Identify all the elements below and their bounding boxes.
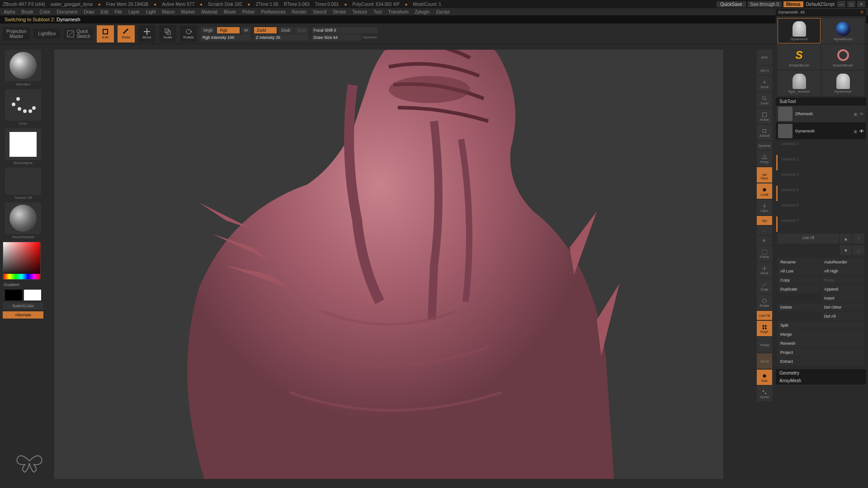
merge-button[interactable]: Merge xyxy=(778,330,864,338)
mrgb-button[interactable]: Mrgb xyxy=(201,27,216,33)
extract-button[interactable]: Extract xyxy=(778,357,864,366)
tool-simplebrush[interactable]: SSimpleBrush xyxy=(778,44,821,70)
bpr-button[interactable]: BPR xyxy=(757,50,772,65)
viewport[interactable] xyxy=(54,50,723,479)
spx-button[interactable]: SPx 3 xyxy=(757,66,772,75)
edit-mode-button[interactable]: Edit xyxy=(97,25,114,42)
menu-zplugin[interactable]: Zplugin xyxy=(415,9,430,14)
move-down-button[interactable]: ▼ xyxy=(840,245,852,255)
menu-stencil[interactable]: Stencil xyxy=(313,9,326,14)
split-button[interactable]: Split xyxy=(778,321,864,329)
actual-button[interactable]: Actual xyxy=(757,108,772,124)
copy-button[interactable]: Copy xyxy=(778,276,821,284)
menu-color[interactable]: Color xyxy=(40,9,51,14)
menu-brush[interactable]: Brush xyxy=(22,9,33,14)
arraymesh-header[interactable]: ArrayMesh xyxy=(776,377,866,385)
menu-macro[interactable]: Macro xyxy=(162,9,175,14)
insert-button[interactable]: Insert xyxy=(821,294,864,302)
lsym-button[interactable]: LSym xyxy=(757,200,772,215)
zcut-button[interactable]: Zcut xyxy=(295,27,308,33)
nav-rotate-button[interactable]: Rotate xyxy=(757,295,772,310)
texture-selector[interactable]: Texture Off xyxy=(3,168,43,201)
switchcolor-button[interactable]: SwitchColor xyxy=(3,302,43,310)
menu-document[interactable]: Document xyxy=(57,9,78,14)
rgb-button[interactable]: Rgb xyxy=(217,27,240,33)
move-mode-button[interactable]: Move xyxy=(138,25,156,42)
unused-7[interactable]: Unused 7 xyxy=(776,216,866,232)
append-button[interactable]: Append xyxy=(821,285,864,293)
menus-button[interactable]: Menus xyxy=(783,1,803,7)
delall-button[interactable]: Del All xyxy=(821,312,864,320)
zsub-button[interactable]: Zsub xyxy=(278,27,293,33)
unused-2[interactable]: Unused 2 xyxy=(776,140,866,155)
material-selector[interactable]: BasicMaterial xyxy=(3,202,43,240)
menu-layer[interactable]: Layer xyxy=(128,9,140,14)
menu-material[interactable]: Material xyxy=(202,9,218,14)
unused-5[interactable]: Unused 5 xyxy=(776,186,866,201)
m-button[interactable]: M xyxy=(241,27,250,33)
menu-texture[interactable]: Texture xyxy=(352,9,367,14)
nav-scale-button[interactable]: Scale xyxy=(757,278,772,294)
subtool-dynamesh[interactable]: Dynamesh ◉👁 xyxy=(776,122,866,140)
hue-strip[interactable] xyxy=(3,274,40,279)
tool-dynamesh[interactable]: Dynamesh xyxy=(778,18,821,43)
nav-move-button[interactable]: Move xyxy=(757,262,772,277)
seethrough-slider[interactable]: See-through 0 xyxy=(748,1,782,7)
color-picker[interactable] xyxy=(3,242,41,280)
move-up-button[interactable]: ▲ xyxy=(840,234,852,244)
polyf-button[interactable]: PolyF xyxy=(757,321,772,336)
swatch-black[interactable] xyxy=(5,290,22,300)
zoom-button[interactable]: Zoom xyxy=(757,92,772,108)
tool-eraserbrush[interactable]: EraserBrush xyxy=(821,44,864,70)
menu-preferences[interactable]: Preferences xyxy=(261,9,286,14)
dynamic-button[interactable]: Dynamic xyxy=(757,141,772,150)
menu-render[interactable]: Render xyxy=(292,9,307,14)
lightbox-button[interactable]: LightBox xyxy=(33,28,60,39)
tool-dynamesh-2[interactable]: Dynamesh xyxy=(821,70,864,96)
zadd-button[interactable]: Zadd xyxy=(254,27,277,33)
close-icon[interactable]: ✕ xyxy=(857,1,865,7)
alpha-selector[interactable]: BrushAlpha xyxy=(3,128,43,166)
aahalf-button[interactable]: AAHalf xyxy=(757,125,772,140)
menu-edit[interactable]: Edit xyxy=(101,9,108,14)
xyz-button[interactable]: Xyz xyxy=(757,216,772,225)
minimize-icon[interactable]: — xyxy=(837,1,845,7)
menu-stroke[interactable]: Stroke xyxy=(333,9,346,14)
menu-light[interactable]: Light xyxy=(146,9,156,14)
autoreorder-button[interactable]: AutoReorder xyxy=(821,258,864,266)
project-button[interactable]: Project xyxy=(778,348,864,357)
maximize-icon[interactable]: ◻ xyxy=(847,1,855,7)
rename-button[interactable]: Rename xyxy=(778,258,821,266)
subtool-header[interactable]: SubTool xyxy=(776,98,866,105)
geometry-header[interactable]: Geometry xyxy=(776,369,866,377)
menu-tool[interactable]: Tool xyxy=(373,9,382,14)
m-toggle[interactable]: ○ xyxy=(757,226,772,235)
rgb-intensity-slider[interactable]: Rgb Intensity 100 xyxy=(201,34,250,41)
unused-6[interactable]: Unused 6 xyxy=(776,201,866,216)
remesh-button[interactable]: Remesh xyxy=(778,339,864,347)
brush-selector[interactable]: Standard xyxy=(3,50,43,87)
alllow-button[interactable]: All Low xyxy=(778,267,821,275)
unused-4[interactable]: Unused 4 xyxy=(776,170,866,186)
alternate-button[interactable]: Alternate xyxy=(3,311,43,319)
draw-size-slider[interactable]: Draw Size 64 xyxy=(312,34,362,41)
floor-button[interactable]: Floor xyxy=(757,167,772,183)
swatch-white[interactable] xyxy=(24,290,41,300)
solo-button[interactable]: Solo xyxy=(757,370,772,385)
menu-file[interactable]: File xyxy=(115,9,122,14)
delother-button[interactable]: Del Other xyxy=(821,303,864,311)
duplicate-button[interactable]: Duplicate xyxy=(778,285,821,293)
ghost-button[interactable]: Ghost xyxy=(757,353,772,369)
scale-mode-button[interactable]: Scale xyxy=(159,25,176,42)
menu-movie[interactable]: Movie xyxy=(224,9,236,14)
menu-alpha[interactable]: Alpha xyxy=(4,9,15,14)
tool-figur-remesh[interactable]: figur_remesh xyxy=(778,70,821,96)
projection-master-button[interactable]: Projection Master xyxy=(3,27,30,41)
delete-button[interactable]: Delete xyxy=(778,303,821,311)
menu-marker[interactable]: Marker xyxy=(181,9,195,14)
persp-button[interactable]: Persp xyxy=(757,151,772,166)
menu-transform[interactable]: Transform xyxy=(388,9,408,14)
list-all-button[interactable]: List All xyxy=(778,234,839,244)
local-button[interactable]: Local xyxy=(757,183,772,199)
transp-button[interactable]: Transp xyxy=(757,337,772,352)
